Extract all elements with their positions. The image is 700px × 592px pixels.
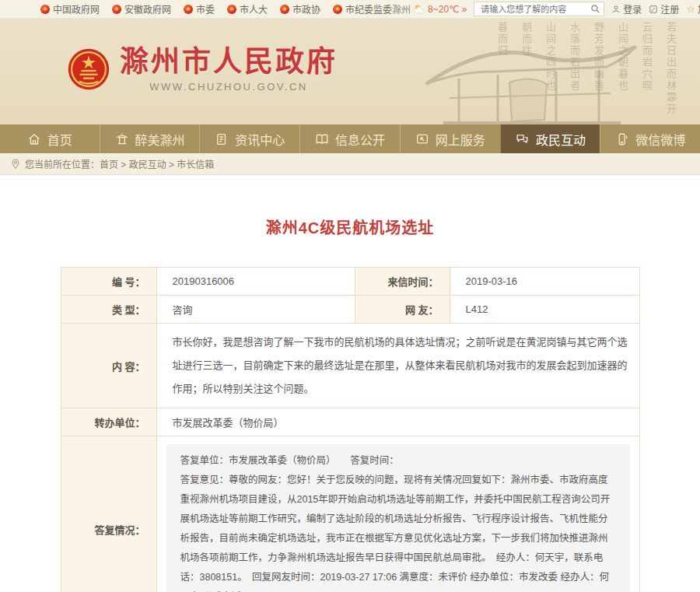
add-favorite-button[interactable]: ☆ 加入收藏 — [686, 2, 700, 16]
link-label: 市纪委监委 — [345, 2, 392, 16]
nav-label: 网上服务 — [436, 130, 485, 149]
nav-tab-info-disclosure[interactable]: 信息公开 — [299, 124, 400, 153]
star-icon: ☆ — [686, 4, 695, 14]
table-row: 内 容： 市长你好，我是想咨询了解一下我市的民航机场的具体选址情况；之前听说是在… — [61, 324, 639, 408]
letter-detail-page: 滁州4C级民航机场选址 编 号： 20190316006 来信时间： 2019-… — [0, 175, 700, 592]
nav-label: 首页 — [47, 130, 72, 149]
national-emblem-icon — [67, 47, 110, 91]
pencil-square-icon — [649, 5, 658, 14]
user-icon — [611, 5, 621, 14]
nav-label: 微信微博 — [635, 130, 685, 149]
nav-label: 醉美滁州 — [135, 130, 185, 149]
login-button[interactable]: 登录 — [611, 2, 642, 16]
link-label: 市政协 — [292, 2, 320, 16]
nav-tab-wechat-weibo[interactable]: 微信微博 — [600, 124, 700, 153]
user-label: 网 友： — [355, 296, 450, 324]
nav-label: 信息公开 — [335, 130, 385, 149]
link-label: 中国政府网 — [53, 2, 100, 16]
weather-city: 滁州 — [392, 2, 411, 16]
reply-unit-line: 答复单位：市发展改革委（物价局） 答复时间： — [180, 451, 616, 471]
date-value: 2019-03-16 — [450, 268, 639, 296]
nav-tab-online-services[interactable]: 网上服务 — [400, 124, 500, 153]
link-shizhengxie[interactable]: ★市政协 — [280, 2, 320, 16]
weather-range: 8~20℃ — [428, 4, 460, 15]
link-shirenda[interactable]: ★市人大 — [227, 2, 268, 16]
number-label: 编 号： — [61, 268, 156, 296]
mobile-social-icon — [615, 132, 629, 146]
news-doc-icon — [215, 132, 229, 146]
pavilion-watermark-icon — [412, 36, 646, 124]
sun-cloud-icon — [413, 4, 425, 15]
weather-more-arrow: » — [462, 4, 467, 15]
date-label: 来信时间： — [355, 268, 450, 296]
table-row: 编 号： 20190316006 来信时间： 2019-03-16 — [61, 268, 639, 296]
emblem-icon: ★ — [184, 5, 193, 14]
register-label: 注册 — [660, 2, 679, 16]
watermark-line: 云归而岩穴暝 — [639, 22, 654, 115]
link-jiwei[interactable]: ★市纪委监委 — [333, 2, 392, 16]
content-label: 内 容： — [61, 324, 156, 408]
content-value: 市长你好，我是想咨询了解一下我市的民航机场的具体选址情况；之前听说是在黄泥岗镇与… — [156, 324, 639, 408]
emblem-icon: ★ — [112, 5, 121, 14]
main-navigation: 首页 醉美滁州 资讯中心 信息公开 网上服务 政民互动 微信微博 — [0, 124, 700, 153]
site-search — [474, 2, 604, 16]
breadcrumb-text[interactable]: 您当前所在位置：首页 > 政民互动 > 市长信箱 — [25, 157, 214, 170]
type-label: 类 型： — [61, 296, 156, 324]
gov-links: ★中国政府网 ★安徽政府网 ★市委 ★市人大 ★市政协 ★市纪委监委 — [40, 2, 392, 16]
table-row: 类 型： 咨询 网 友： L412 — [61, 296, 639, 324]
site-name: 滁州市人民政府 — [120, 47, 338, 79]
link-anhui-gov[interactable]: ★安徽政府网 — [112, 2, 171, 16]
location-pin-icon — [11, 159, 20, 170]
user-value: L412 — [450, 296, 639, 324]
link-china-gov[interactable]: ★中国政府网 — [40, 2, 100, 16]
reply-body: 答复意见：尊敬的网友：您好！关于您反映的问题，现将有关情况回复如下：滁州市委、市… — [180, 471, 616, 592]
site-masthead: 若夫日出而林霏开 云归而岩穴暝 山间之朝暮也 野芳发而幽香 水落而石出者 山间之… — [0, 19, 700, 124]
nav-tab-news-center[interactable]: 资讯中心 — [199, 124, 299, 153]
link-shiwei[interactable]: ★市委 — [184, 2, 215, 16]
type-value: 咨询 — [156, 296, 355, 324]
emblem-icon: ★ — [280, 5, 289, 14]
chat-bubbles-icon — [515, 132, 530, 146]
link-label: 安徽政府网 — [124, 2, 171, 16]
nav-label: 政民互动 — [536, 130, 586, 149]
login-label: 登录 — [623, 2, 642, 16]
reply-label: 答复情况： — [61, 436, 156, 592]
nav-tab-public-interaction[interactable]: 政民互动 — [500, 124, 600, 153]
reply-box: 答复单位：市发展改革委（物价局） 答复时间： 答复意见：尊敬的网友：您好！关于您… — [166, 444, 630, 592]
nav-tab-home[interactable]: 首页 — [0, 124, 100, 153]
online-service-icon — [415, 132, 429, 146]
transfer-value: 市发展改革委（物价局） — [156, 408, 639, 436]
pavilion-icon — [115, 132, 129, 146]
number-value: 20190316006 — [156, 268, 355, 296]
table-row: 转办单位： 市发展改革委（物价局） — [61, 408, 639, 436]
search-input[interactable] — [479, 4, 590, 15]
emblem-icon: ★ — [333, 5, 342, 14]
weather-widget[interactable]: 滁州 8~20℃ » — [392, 2, 467, 16]
watermark-line: 朝而往 — [519, 22, 534, 115]
register-button[interactable]: 注册 — [649, 2, 679, 16]
breadcrumb: 您当前所在位置：首页 > 政民互动 > 市长信箱 — [0, 153, 700, 175]
emblem-icon: ★ — [40, 5, 50, 14]
site-logo[interactable]: 滁州市人民政府 WWW.CHUZHOU.GOV.CN — [67, 47, 338, 93]
emblem-icon: ★ — [227, 5, 236, 14]
letter-table: 编 号： 20190316006 来信时间： 2019-03-16 类 型： 咨… — [61, 267, 640, 592]
page-title: 滁州4C级民航机场选址 — [0, 175, 700, 267]
reply-cell: 答复单位：市发展改革委（物价局） 答复时间： 答复意见：尊敬的网友：您好！关于您… — [156, 436, 639, 592]
nav-label: 资讯中心 — [235, 130, 285, 149]
transfer-label: 转办单位： — [61, 408, 156, 436]
watermark-line: 暮而归 — [495, 22, 509, 115]
watermark-line: 若夫日出而林霏开 — [663, 22, 678, 115]
home-icon — [27, 132, 41, 146]
open-book-icon — [315, 132, 329, 146]
top-utility-bar: ★中国政府网 ★安徽政府网 ★市委 ★市人大 ★市政协 ★市纪委监委 滁州 8~… — [0, 0, 700, 19]
calligraphy-watermark: 若夫日出而林霏开 云归而岩穴暝 山间之朝暮也 野芳发而幽香 水落而石出者 山间之… — [495, 22, 678, 115]
link-label: 市人大 — [240, 2, 268, 16]
watermark-line: 山间之四时也 — [543, 22, 558, 115]
site-url: WWW.CHUZHOU.GOV.CN — [149, 81, 307, 93]
link-label: 市委 — [196, 2, 215, 16]
search-icon[interactable] — [590, 4, 600, 14]
watermark-line: 野芳发而幽香 — [591, 22, 606, 115]
nav-tab-zuimei-chuzhou[interactable]: 醉美滁州 — [100, 124, 200, 153]
table-row: 答复情况： 答复单位：市发展改革委（物价局） 答复时间： 答复意见：尊敬的网友：… — [61, 436, 639, 592]
watermark-line: 山间之朝暮也 — [615, 22, 630, 115]
